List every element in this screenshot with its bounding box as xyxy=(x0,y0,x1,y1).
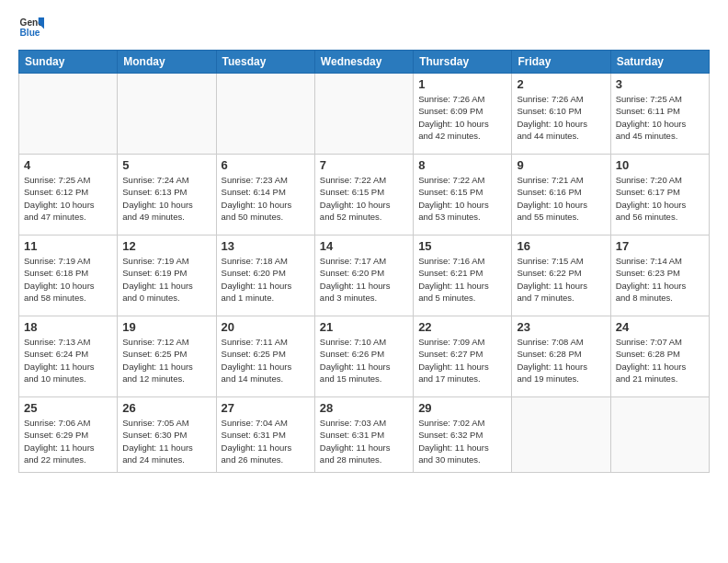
day-number: 25 xyxy=(24,401,112,415)
calendar-table: SundayMondayTuesdayWednesdayThursdayFrid… xyxy=(18,50,710,473)
col-header-monday: Monday xyxy=(118,51,216,74)
day-info: Sunrise: 7:19 AMSunset: 6:19 PMDaylight:… xyxy=(122,255,210,304)
day-number: 3 xyxy=(616,77,704,91)
day-number: 27 xyxy=(222,401,310,415)
day-cell: 2Sunrise: 7:26 AMSunset: 6:10 PMDaylight… xyxy=(512,74,610,155)
day-info: Sunrise: 7:22 AMSunset: 6:15 PMDaylight:… xyxy=(320,174,408,223)
day-info: Sunrise: 7:24 AMSunset: 6:13 PMDaylight:… xyxy=(122,174,210,223)
day-info: Sunrise: 7:20 AMSunset: 6:17 PMDaylight:… xyxy=(616,174,704,223)
day-number: 29 xyxy=(418,401,506,415)
day-cell: 27Sunrise: 7:04 AMSunset: 6:31 PMDayligh… xyxy=(216,397,314,473)
day-info: Sunrise: 7:26 AMSunset: 6:10 PMDaylight:… xyxy=(517,93,605,142)
day-cell xyxy=(610,397,709,473)
day-info: Sunrise: 7:07 AMSunset: 6:28 PMDaylight:… xyxy=(616,336,704,385)
day-number: 2 xyxy=(517,77,605,91)
day-cell: 16Sunrise: 7:15 AMSunset: 6:22 PMDayligh… xyxy=(512,236,610,316)
day-cell: 1Sunrise: 7:26 AMSunset: 6:09 PMDaylight… xyxy=(414,74,512,155)
day-cell: 4Sunrise: 7:25 AMSunset: 6:12 PMDaylight… xyxy=(19,155,118,236)
day-number: 7 xyxy=(320,158,408,172)
day-number: 20 xyxy=(222,320,310,334)
day-cell: 23Sunrise: 7:08 AMSunset: 6:28 PMDayligh… xyxy=(512,316,610,397)
day-info: Sunrise: 7:25 AMSunset: 6:11 PMDaylight:… xyxy=(616,93,704,142)
day-cell: 21Sunrise: 7:10 AMSunset: 6:26 PMDayligh… xyxy=(314,316,413,397)
day-info: Sunrise: 7:16 AMSunset: 6:21 PMDaylight:… xyxy=(418,255,506,304)
day-info: Sunrise: 7:12 AMSunset: 6:25 PMDaylight:… xyxy=(122,336,210,385)
day-number: 15 xyxy=(418,239,506,253)
day-number: 21 xyxy=(320,320,408,334)
day-cell: 8Sunrise: 7:22 AMSunset: 6:15 PMDaylight… xyxy=(414,155,512,236)
day-cell: 5Sunrise: 7:24 AMSunset: 6:13 PMDaylight… xyxy=(118,155,216,236)
day-number: 6 xyxy=(222,158,310,172)
day-cell: 17Sunrise: 7:14 AMSunset: 6:23 PMDayligh… xyxy=(610,236,709,316)
day-info: Sunrise: 7:14 AMSunset: 6:23 PMDaylight:… xyxy=(616,255,704,304)
logo: General Blue xyxy=(18,15,44,40)
day-cell: 10Sunrise: 7:20 AMSunset: 6:17 PMDayligh… xyxy=(610,155,709,236)
day-number: 16 xyxy=(517,239,605,253)
day-number: 18 xyxy=(24,320,112,334)
day-cell: 25Sunrise: 7:06 AMSunset: 6:29 PMDayligh… xyxy=(19,397,118,473)
col-header-thursday: Thursday xyxy=(414,51,512,74)
day-info: Sunrise: 7:04 AMSunset: 6:31 PMDaylight:… xyxy=(222,417,310,465)
day-cell: 29Sunrise: 7:02 AMSunset: 6:32 PMDayligh… xyxy=(414,397,512,473)
day-cell: 18Sunrise: 7:13 AMSunset: 6:24 PMDayligh… xyxy=(19,316,118,397)
logo-icon: General Blue xyxy=(18,15,44,40)
day-info: Sunrise: 7:19 AMSunset: 6:18 PMDaylight:… xyxy=(24,255,112,304)
day-number: 17 xyxy=(616,239,704,253)
day-cell: 22Sunrise: 7:09 AMSunset: 6:27 PMDayligh… xyxy=(414,316,512,397)
day-info: Sunrise: 7:23 AMSunset: 6:14 PMDaylight:… xyxy=(222,174,310,223)
day-info: Sunrise: 7:21 AMSunset: 6:16 PMDaylight:… xyxy=(517,174,605,223)
day-number: 1 xyxy=(418,77,506,91)
day-info: Sunrise: 7:10 AMSunset: 6:26 PMDaylight:… xyxy=(320,336,408,385)
col-header-saturday: Saturday xyxy=(610,51,709,74)
col-header-sunday: Sunday xyxy=(19,51,118,74)
day-info: Sunrise: 7:26 AMSunset: 6:09 PMDaylight:… xyxy=(418,93,506,142)
day-number: 22 xyxy=(418,320,506,334)
day-info: Sunrise: 7:08 AMSunset: 6:28 PMDaylight:… xyxy=(517,336,605,385)
day-number: 8 xyxy=(418,158,506,172)
svg-text:Blue: Blue xyxy=(20,28,40,38)
day-cell: 3Sunrise: 7:25 AMSunset: 6:11 PMDaylight… xyxy=(610,74,709,155)
day-cell xyxy=(216,74,314,155)
day-cell: 12Sunrise: 7:19 AMSunset: 6:19 PMDayligh… xyxy=(118,236,216,316)
day-number: 5 xyxy=(122,158,210,172)
day-info: Sunrise: 7:05 AMSunset: 6:30 PMDaylight:… xyxy=(122,417,210,465)
day-cell: 26Sunrise: 7:05 AMSunset: 6:30 PMDayligh… xyxy=(118,397,216,473)
day-number: 28 xyxy=(320,401,408,415)
day-cell xyxy=(314,74,413,155)
day-info: Sunrise: 7:18 AMSunset: 6:20 PMDaylight:… xyxy=(222,255,310,304)
day-cell: 24Sunrise: 7:07 AMSunset: 6:28 PMDayligh… xyxy=(610,316,709,397)
day-info: Sunrise: 7:06 AMSunset: 6:29 PMDaylight:… xyxy=(24,417,112,465)
day-info: Sunrise: 7:25 AMSunset: 6:12 PMDaylight:… xyxy=(24,174,112,223)
day-number: 26 xyxy=(122,401,210,415)
day-info: Sunrise: 7:09 AMSunset: 6:27 PMDaylight:… xyxy=(418,336,506,385)
page-header: General Blue xyxy=(18,15,710,40)
col-header-wednesday: Wednesday xyxy=(314,51,413,74)
col-header-tuesday: Tuesday xyxy=(216,51,314,74)
day-number: 9 xyxy=(517,158,605,172)
day-info: Sunrise: 7:22 AMSunset: 6:15 PMDaylight:… xyxy=(418,174,506,223)
day-cell: 6Sunrise: 7:23 AMSunset: 6:14 PMDaylight… xyxy=(216,155,314,236)
day-number: 19 xyxy=(122,320,210,334)
day-info: Sunrise: 7:03 AMSunset: 6:31 PMDaylight:… xyxy=(320,417,408,465)
day-cell: 7Sunrise: 7:22 AMSunset: 6:15 PMDaylight… xyxy=(314,155,413,236)
day-cell xyxy=(19,74,118,155)
day-cell: 15Sunrise: 7:16 AMSunset: 6:21 PMDayligh… xyxy=(414,236,512,316)
day-cell: 19Sunrise: 7:12 AMSunset: 6:25 PMDayligh… xyxy=(118,316,216,397)
day-number: 11 xyxy=(24,239,112,253)
day-cell: 13Sunrise: 7:18 AMSunset: 6:20 PMDayligh… xyxy=(216,236,314,316)
day-number: 13 xyxy=(222,239,310,253)
day-cell xyxy=(512,397,610,473)
col-header-friday: Friday xyxy=(512,51,610,74)
day-cell: 9Sunrise: 7:21 AMSunset: 6:16 PMDaylight… xyxy=(512,155,610,236)
day-cell xyxy=(118,74,216,155)
day-number: 23 xyxy=(517,320,605,334)
day-cell: 28Sunrise: 7:03 AMSunset: 6:31 PMDayligh… xyxy=(314,397,413,473)
day-info: Sunrise: 7:15 AMSunset: 6:22 PMDaylight:… xyxy=(517,255,605,304)
day-info: Sunrise: 7:02 AMSunset: 6:32 PMDaylight:… xyxy=(418,417,506,465)
day-info: Sunrise: 7:11 AMSunset: 6:25 PMDaylight:… xyxy=(222,336,310,385)
day-cell: 11Sunrise: 7:19 AMSunset: 6:18 PMDayligh… xyxy=(19,236,118,316)
day-cell: 14Sunrise: 7:17 AMSunset: 6:20 PMDayligh… xyxy=(314,236,413,316)
day-info: Sunrise: 7:17 AMSunset: 6:20 PMDaylight:… xyxy=(320,255,408,304)
day-number: 24 xyxy=(616,320,704,334)
day-number: 10 xyxy=(616,158,704,172)
